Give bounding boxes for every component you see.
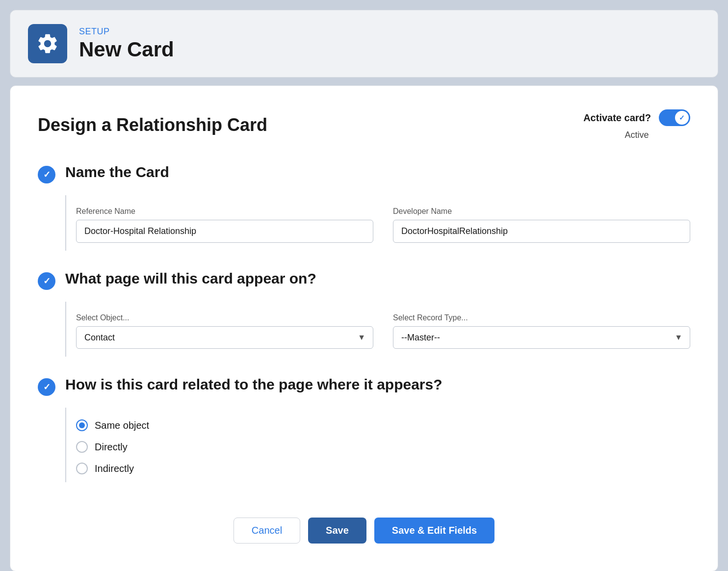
page-wrapper: SETUP New Card Design a Relationship Car… (0, 0, 728, 571)
select-object-wrapper: Contact Account Opportunity Lead ▼ (76, 326, 373, 349)
step-3-check-icon: ✓ (43, 382, 51, 392)
toggle-check-icon: ✓ (679, 114, 685, 122)
radio-directly-circle (76, 441, 88, 453)
activate-group: Activate card? ✓ Active (583, 109, 690, 140)
radio-same-object[interactable]: Same object (76, 419, 690, 431)
radio-indirectly-circle (76, 463, 88, 474)
toggle-knob: ✓ (675, 111, 689, 125)
radio-directly[interactable]: Directly (76, 441, 690, 453)
developer-name-label: Developer Name (393, 207, 690, 216)
step-1-icon: ✓ (38, 166, 55, 183)
select-object-label: Select Object... (76, 313, 373, 322)
section-page-appear-body: Select Object... Contact Account Opportu… (65, 302, 690, 357)
select-record-type-dropdown[interactable]: --Master-- Type A Type B (393, 326, 690, 349)
section-name-card: ✓ Name the Card Reference Name Developer… (38, 164, 690, 251)
cancel-button[interactable]: Cancel (234, 518, 300, 544)
active-status: Active (625, 130, 649, 140)
section-page-appear-header: ✓ What page will this card appear on? (38, 270, 690, 290)
radio-directly-label: Directly (95, 441, 128, 453)
section-name-card-content: Name the Card (65, 164, 690, 181)
main-card: Design a Relationship Card Activate card… (10, 85, 718, 571)
radio-indirectly-label: Indirectly (95, 463, 134, 474)
section-card-related-content: How is this card related to the page whe… (65, 376, 690, 393)
activate-toggle[interactable]: ✓ (659, 109, 690, 126)
select-record-type-group: Select Record Type... --Master-- Type A … (393, 313, 690, 349)
section-page-appear-content: What page will this card appear on? (65, 270, 690, 287)
name-card-fields-row: Reference Name Developer Name (76, 207, 690, 243)
bottom-buttons: Cancel Save Save & Edit Fields (38, 506, 690, 544)
save-edit-fields-button[interactable]: Save & Edit Fields (374, 518, 494, 544)
header-card: SETUP New Card (10, 10, 718, 78)
activate-row: Activate card? ✓ (583, 109, 690, 126)
select-object-group: Select Object... Contact Account Opportu… (76, 313, 373, 349)
header-title: New Card (79, 38, 174, 61)
developer-name-group: Developer Name (393, 207, 690, 243)
gear-icon (36, 32, 59, 55)
setup-label: SETUP (79, 26, 174, 37)
section-card-related-body: Same object Directly Indirectly (65, 408, 690, 482)
step-3-icon: ✓ (38, 378, 55, 396)
header-text: SETUP New Card (79, 26, 174, 61)
section-name-card-header: ✓ Name the Card (38, 164, 690, 183)
step-2-icon: ✓ (38, 272, 55, 290)
reference-name-input[interactable] (76, 220, 373, 243)
developer-name-input[interactable] (393, 220, 690, 243)
section-card-related-header: ✓ How is this card related to the page w… (38, 376, 690, 396)
page-title: Design a Relationship Card (38, 115, 267, 135)
step-2-check-icon: ✓ (43, 276, 51, 286)
main-top-row: Design a Relationship Card Activate card… (38, 109, 690, 140)
reference-name-label: Reference Name (76, 207, 373, 216)
section-card-related-title: How is this card related to the page whe… (65, 376, 690, 393)
radio-same-object-circle (76, 419, 88, 431)
radio-group: Same object Directly Indirectly (76, 419, 690, 474)
section-name-card-body: Reference Name Developer Name (65, 195, 690, 251)
gear-icon-box (28, 24, 67, 63)
radio-same-object-inner (79, 422, 85, 428)
page-appear-fields-row: Select Object... Contact Account Opportu… (76, 313, 690, 349)
activate-label: Activate card? (583, 112, 651, 124)
section-card-related: ✓ How is this card related to the page w… (38, 376, 690, 482)
radio-same-object-label: Same object (95, 420, 149, 431)
save-button[interactable]: Save (308, 518, 366, 544)
select-record-type-label: Select Record Type... (393, 313, 690, 322)
reference-name-group: Reference Name (76, 207, 373, 243)
select-object-dropdown[interactable]: Contact Account Opportunity Lead (76, 326, 373, 349)
section-page-appear: ✓ What page will this card appear on? Se… (38, 270, 690, 357)
step-1-check-icon: ✓ (43, 169, 51, 180)
section-page-appear-title: What page will this card appear on? (65, 270, 690, 287)
select-record-type-wrapper: --Master-- Type A Type B ▼ (393, 326, 690, 349)
section-name-card-title: Name the Card (65, 164, 690, 181)
radio-indirectly[interactable]: Indirectly (76, 463, 690, 474)
